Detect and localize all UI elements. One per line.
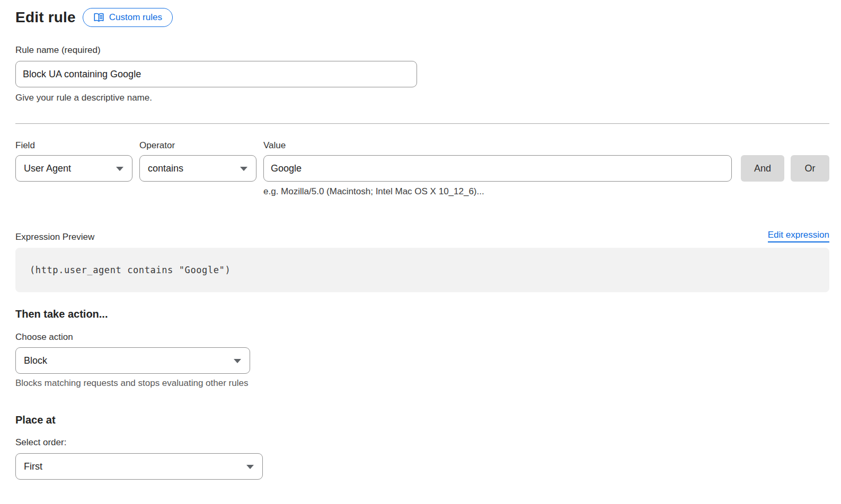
place-at-heading: Place at xyxy=(15,414,829,426)
edit-rule-page: Edit rule Custom rules Rule name (requir… xyxy=(0,0,841,480)
expression-code-block: (http.user_agent contains "Google") xyxy=(15,248,829,292)
caret-down-icon xyxy=(234,359,241,363)
open-book-icon xyxy=(93,13,104,22)
action-help: Blocks matching requests and stops evalu… xyxy=(15,378,829,389)
and-button[interactable]: And xyxy=(741,155,784,182)
expression-code: (http.user_agent contains "Google") xyxy=(30,265,231,275)
field-select-value: User Agent xyxy=(24,163,71,174)
operator-column: Operator contains xyxy=(139,140,256,182)
or-button[interactable]: Or xyxy=(791,155,829,182)
field-label: Field xyxy=(15,140,132,151)
rule-name-input[interactable] xyxy=(15,61,417,87)
page-title: Edit rule xyxy=(15,9,76,26)
custom-rules-badge[interactable]: Custom rules xyxy=(83,8,173,27)
operator-select-value: contains xyxy=(148,163,183,174)
value-help: e.g. Mozilla/5.0 (Macintosh; Intel Mac O… xyxy=(263,186,732,197)
action-select[interactable]: Block xyxy=(15,347,250,374)
section-divider xyxy=(15,123,829,124)
field-select[interactable]: User Agent xyxy=(15,155,132,182)
rule-name-help: Give your rule a descriptive name. xyxy=(15,93,829,103)
custom-rules-badge-label: Custom rules xyxy=(109,12,162,23)
field-column: Field User Agent xyxy=(15,140,132,182)
value-label: Value xyxy=(263,140,732,151)
operator-select[interactable]: contains xyxy=(139,155,256,182)
value-input[interactable] xyxy=(263,155,732,182)
action-select-value: Block xyxy=(24,355,47,366)
operator-label: Operator xyxy=(139,140,256,151)
edit-expression-link[interactable]: Edit expression xyxy=(768,230,829,242)
caret-down-icon xyxy=(240,167,247,171)
condition-row: Field User Agent Operator contains Value… xyxy=(15,140,829,197)
expression-preview-header: Expression Preview Edit expression xyxy=(15,230,829,242)
order-select[interactable]: First xyxy=(15,453,263,480)
select-order-label: Select order: xyxy=(15,437,829,448)
expression-preview-label: Expression Preview xyxy=(15,231,94,242)
page-header: Edit rule Custom rules xyxy=(15,8,829,27)
caret-down-icon xyxy=(246,465,254,469)
rule-name-section: Rule name (required) Give your rule a de… xyxy=(15,44,829,103)
value-column: Value e.g. Mozilla/5.0 (Macintosh; Intel… xyxy=(263,140,732,197)
caret-down-icon xyxy=(116,167,123,171)
rule-name-label: Rule name (required) xyxy=(15,44,829,56)
action-heading: Then take action... xyxy=(15,308,829,320)
choose-action-label: Choose action xyxy=(15,331,829,343)
order-select-value: First xyxy=(24,461,42,472)
